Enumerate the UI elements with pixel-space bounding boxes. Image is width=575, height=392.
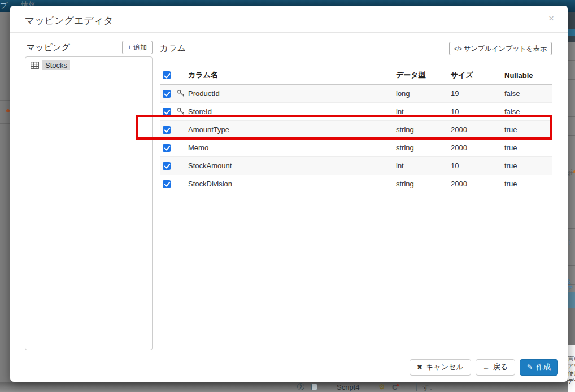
column-name-cell: AmountType	[188, 125, 396, 134]
create-button-label: 作成	[536, 362, 551, 372]
column-header-type: データ型	[396, 70, 451, 80]
column-type-cell: string	[396, 143, 451, 152]
background-selected-row-fragment	[568, 292, 575, 308]
tree-item-label: Stocks	[42, 60, 70, 70]
background-script-label: Script4	[337, 383, 359, 391]
column-table-row: Memo string 2000 true	[160, 139, 552, 157]
column-size-cell: 10	[451, 107, 504, 116]
column-nullable-cell: true	[504, 180, 552, 188]
background-divider	[416, 383, 417, 391]
column-size-cell: 19	[451, 89, 504, 98]
background-text-fragment: デー	[568, 377, 575, 385]
column-nullable-cell: true	[504, 143, 552, 152]
gear-icon: ⚙	[378, 382, 385, 391]
columns-panel: カラム </>サンプルインプットを表示 カラム名 データ型 サイズ Nullab…	[160, 43, 552, 193]
background-tab-fragment: プ	[0, 1, 7, 11]
dialog-header: マッピングエディタ ×	[10, 6, 568, 33]
mapping-panel-header: マッピング + 追加	[25, 41, 153, 55]
cancel-x-icon: ✖	[417, 363, 422, 371]
column-header-size: サイズ	[451, 70, 504, 80]
row-checkbox[interactable]	[163, 180, 171, 188]
column-name-cell: ProductId	[188, 89, 396, 98]
primary-key-icon	[177, 107, 185, 116]
background-table-rows-fragment	[568, 42, 575, 292]
show-sample-input-label: サンプルインプットを表示	[464, 45, 547, 53]
panel-divider	[160, 60, 552, 60]
column-nullable-cell: false	[504, 107, 552, 116]
column-type-cell: int	[396, 107, 451, 116]
cancel-button[interactable]: ✖ キャンセル	[410, 359, 471, 376]
code-icon: </>	[454, 46, 462, 52]
primary-key-icon	[177, 89, 185, 98]
background-bottom-toolbar: ❯ Script4 ⚙ C す。	[0, 382, 575, 392]
background-red-dot	[397, 384, 399, 386]
mapping-tree-item[interactable]: Stocks	[25, 57, 152, 73]
column-type-cell: long	[396, 89, 451, 98]
mapping-tree: Stocks	[25, 56, 153, 350]
column-size-cell: 10	[451, 162, 504, 170]
column-size-cell: 2000	[451, 125, 504, 134]
back-button[interactable]: ← 戻る	[476, 359, 515, 376]
background-text-fragment: gi	[567, 168, 572, 176]
column-name-cell: StockDivision	[188, 180, 396, 188]
column-header-nullable: Nullable	[504, 71, 552, 80]
background-divider	[0, 123, 10, 124]
column-nullable-cell: false	[504, 89, 552, 98]
select-all-checkbox[interactable]	[163, 71, 171, 79]
column-size-cell: 2000	[451, 180, 504, 188]
column-name-cell: StoreId	[188, 107, 396, 116]
add-mapping-button[interactable]: + 追加	[122, 41, 153, 54]
background-text-fragment: す。	[422, 383, 436, 392]
dialog-footer: ✖ キャンセル ← 戻る ✎ 作成	[10, 352, 568, 382]
cancel-button-label: キャンセル	[426, 362, 464, 372]
back-button-label: 戻る	[493, 362, 508, 372]
column-nullable-cell: true	[504, 162, 552, 170]
background-right-dark-block	[568, 12, 575, 42]
background-text-fragment: &ア	[567, 278, 575, 293]
columns-table-header-row: カラム名 データ型 サイズ Nullable	[160, 66, 552, 85]
table-grid-icon	[31, 62, 39, 69]
background-teal-accent	[568, 29, 575, 36]
circle-chevron-icon: ❯	[297, 383, 304, 390]
mapping-editor-dialog: マッピングエディタ × マッピング + 追加 Stocks カラム </>サンプ…	[10, 6, 568, 382]
column-nullable-cell: true	[504, 125, 552, 134]
columns-panel-header: カラム </>サンプルインプットを表示	[160, 43, 552, 56]
back-arrow-icon: ←	[483, 363, 490, 371]
row-checkbox[interactable]	[163, 162, 171, 170]
show-sample-input-button[interactable]: </>サンプルインプットを表示	[449, 42, 552, 55]
document-icon	[311, 384, 317, 390]
columns-table: カラム名 データ型 サイズ Nullable ProductId long	[160, 66, 552, 193]
row-checkbox[interactable]	[163, 126, 171, 134]
column-table-row: StockAmount int 10 true	[160, 157, 552, 175]
background-divider	[0, 100, 10, 101]
column-size-cell: 2000	[451, 143, 504, 152]
row-checkbox[interactable]	[163, 90, 171, 98]
mapping-panel-label: マッピング	[25, 42, 70, 53]
background-panel-fragment: 言い アワ 使用 デー	[568, 345, 575, 392]
column-table-row: AmountType string 2000 true	[160, 121, 552, 139]
column-name-cell: StockAmount	[188, 162, 396, 170]
background-chevron-fragment: 〉	[568, 238, 574, 247]
create-button[interactable]: ✎ 作成	[520, 359, 558, 376]
background-orange-dot	[6, 109, 10, 112]
column-table-row: StoreId int 10 false	[160, 103, 552, 121]
column-header-name: カラム名	[188, 70, 396, 80]
row-checkbox[interactable]	[163, 108, 171, 116]
create-pencil-icon: ✎	[527, 363, 533, 371]
row-checkbox[interactable]	[163, 144, 171, 152]
column-table-row: ProductId long 19 false	[160, 85, 552, 103]
dialog-title: マッピングエディタ	[25, 14, 114, 27]
column-type-cell: string	[396, 180, 451, 188]
column-type-cell: int	[396, 162, 451, 170]
column-name-cell: Memo	[188, 143, 396, 152]
column-table-row: StockDivision string 2000 true	[160, 175, 552, 193]
close-icon[interactable]: ×	[548, 14, 554, 23]
column-type-cell: string	[396, 125, 451, 134]
columns-panel-label: カラム	[160, 43, 186, 53]
